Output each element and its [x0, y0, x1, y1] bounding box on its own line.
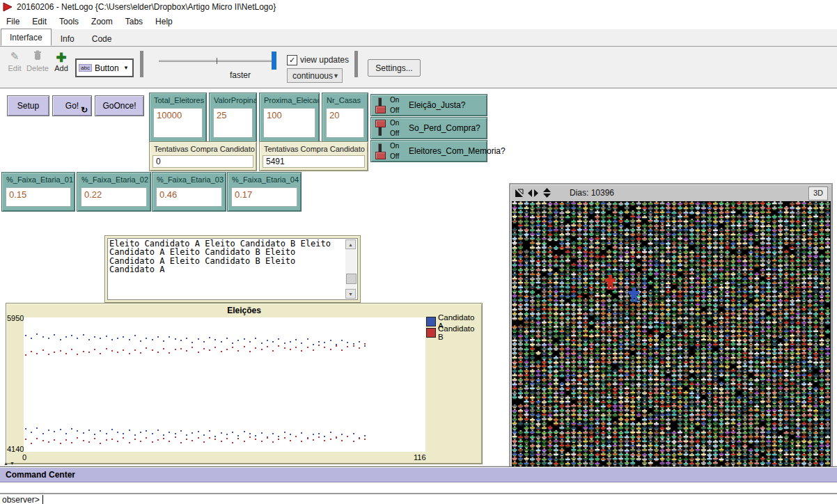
settings-button-label: Settings... — [375, 63, 412, 73]
input-proxima-eleicao[interactable]: Proxima_Eleicao100 — [259, 93, 320, 143]
menu-item-help[interactable]: Help — [149, 15, 179, 28]
edit-button[interactable]: ✎ Edit — [4, 50, 25, 72]
input-field[interactable]: 25 — [213, 108, 253, 138]
data-point — [203, 441, 205, 443]
switch-handle[interactable] — [375, 120, 386, 127]
data-point — [94, 336, 95, 338]
switch-so-perd-compra[interactable]: OnOffSo_Perd_Compra? — [370, 117, 487, 139]
input-valorpropina[interactable]: ValorPropina25 — [209, 93, 257, 143]
input-field[interactable]: 20 — [326, 108, 364, 138]
data-point — [140, 441, 141, 442]
data-point — [364, 435, 366, 436]
tab-code[interactable]: Code — [84, 31, 120, 46]
menu-item-zoom[interactable]: Zoom — [85, 15, 119, 28]
world-canvas[interactable] — [512, 201, 831, 504]
command-center-splitter[interactable]: ▲▼ — [3, 461, 16, 466]
data-point — [54, 439, 55, 441]
input-total-eleitores[interactable]: Total_Eleitores10000 — [149, 93, 207, 143]
input-faixa-etaria-02[interactable]: %_Faixa_Etaria_020.22 — [77, 172, 151, 212]
input-faixa-etaria-03[interactable]: %_Faixa_Etaria_030.46 — [152, 172, 226, 212]
output-scrollbar[interactable]: ▲ ▼ — [345, 239, 357, 299]
switch-on-label: On — [390, 96, 399, 104]
data-point — [83, 334, 84, 336]
scroll-down-icon[interactable]: ▼ — [345, 289, 356, 299]
input-field[interactable]: 0.46 — [156, 187, 222, 207]
data-point — [318, 345, 320, 346]
scroll-up-icon[interactable]: ▲ — [345, 239, 356, 249]
data-point — [157, 439, 159, 441]
input-field[interactable]: 10000 — [153, 108, 203, 138]
data-point — [175, 338, 176, 340]
data-point — [313, 439, 314, 441]
menu-item-tabs[interactable]: Tabs — [119, 15, 149, 28]
tab-interface[interactable]: Interface — [1, 29, 52, 46]
data-point — [237, 350, 239, 352]
input-field[interactable]: 0.17 — [231, 187, 297, 207]
input-faixa-etaria-01[interactable]: %_Faixa_Etaria_010.15 — [1, 172, 75, 212]
speed-slider-handle[interactable] — [272, 52, 276, 70]
data-point — [71, 428, 72, 430]
monitor-tentativas-compra-candidato-a: Tentativas Compra Candidato A0 — [149, 141, 257, 171]
widget-type-value: Button — [95, 63, 119, 73]
data-point — [232, 347, 233, 348]
data-point — [36, 427, 38, 429]
output-widget: Eleito Candidato A Eleito Candidato B El… — [104, 235, 361, 303]
view-3d-button[interactable]: 3D — [808, 187, 828, 200]
data-point — [157, 430, 159, 431]
switch-handle[interactable] — [375, 106, 386, 113]
data-point — [54, 334, 55, 336]
data-point — [146, 347, 147, 349]
input-nr-casas[interactable]: Nr_Casas20 — [322, 93, 368, 143]
button-go[interactable]: Go!↻ — [52, 95, 92, 116]
menu-item-file[interactable]: File — [0, 15, 26, 28]
switch-handle[interactable] — [375, 152, 386, 159]
menu-item-tools[interactable]: Tools — [53, 15, 85, 28]
data-point — [278, 436, 279, 437]
button-goonce[interactable]: GoOnce! — [95, 95, 144, 116]
settings-button[interactable]: Settings... — [368, 59, 421, 77]
data-point — [278, 338, 279, 340]
view-updates-checkbox[interactable]: ✓ — [287, 55, 297, 65]
menu-item-edit[interactable]: Edit — [26, 15, 53, 28]
data-point — [25, 354, 26, 356]
input-faixa-etaria-04[interactable]: %_Faixa_Etaria_040.17 — [227, 172, 302, 212]
button-setup[interactable]: Setup — [7, 95, 49, 116]
pencil-icon: ✎ — [4, 50, 25, 64]
data-point — [324, 342, 325, 343]
data-point — [318, 341, 320, 342]
data-point — [65, 439, 67, 441]
button-widget-icon: abc — [79, 64, 92, 72]
widget-label: Total_Eleitores — [150, 93, 206, 104]
data-point — [134, 335, 136, 336]
widget-type-chooser[interactable]: abc Button ▼ — [75, 58, 134, 77]
input-field[interactable]: 0.15 — [6, 187, 71, 207]
command-center-input-row[interactable]: observer> — [0, 494, 837, 504]
monitor-value: 0 — [152, 155, 253, 168]
plot-eleicoes: Eleições 5950 4140 0 116 Candidato ACand… — [6, 303, 483, 464]
data-point — [180, 430, 182, 432]
delete-button[interactable]: Delete — [25, 50, 50, 72]
delete-button-label: Delete — [26, 64, 49, 72]
data-point — [226, 434, 228, 435]
data-point — [272, 433, 274, 434]
data-point — [359, 438, 360, 439]
add-button[interactable]: ✚ Add — [52, 50, 71, 72]
scrollbar-thumb[interactable] — [346, 274, 357, 284]
data-point — [83, 351, 84, 352]
data-point — [191, 440, 193, 441]
data-point — [42, 433, 44, 434]
data-point — [88, 352, 90, 353]
data-point — [123, 433, 124, 434]
switch-elei-o-justa[interactable]: OnOffEleição_Justa? — [370, 94, 487, 116]
tab-info[interactable]: Info — [52, 31, 83, 46]
y-axis-max-label: 5950 — [7, 314, 22, 322]
input-field[interactable]: 0.22 — [81, 187, 147, 207]
speed-slider-track[interactable] — [159, 60, 276, 62]
switch-eleitores-com-memoria[interactable]: OnOffEleitores_Com_Memoria? — [370, 140, 487, 162]
data-point — [290, 434, 291, 435]
input-field[interactable]: 100 — [263, 108, 315, 138]
update-mode-dropdown[interactable]: continuous ▼ — [287, 68, 343, 83]
data-point — [244, 441, 245, 442]
y-axis-min-label: 4140 — [7, 445, 22, 453]
data-point — [295, 436, 297, 437]
